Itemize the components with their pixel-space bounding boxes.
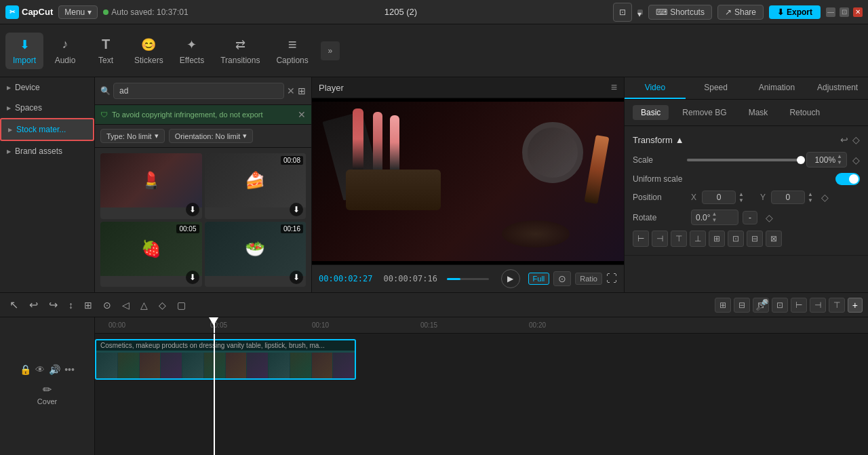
- align-distribute-h[interactable]: ⊟: [747, 231, 763, 247]
- toolbar-stickers[interactable]: 😊 Stickers: [127, 33, 170, 69]
- tl-paste-button[interactable]: ⊡: [772, 298, 788, 313]
- crop-tool[interactable]: ⊞: [80, 298, 96, 312]
- search-input[interactable]: [113, 83, 284, 99]
- align-bottom[interactable]: ⊡: [728, 231, 744, 247]
- rotate-keyframe[interactable]: ◇: [766, 212, 773, 223]
- full-button[interactable]: Full: [528, 273, 550, 285]
- visibility-icon[interactable]: 👁: [35, 364, 45, 375]
- toolbar-import[interactable]: ⬇ Import: [5, 33, 43, 69]
- media-item-4[interactable]: 🥗 00:16 ⬇: [205, 222, 307, 288]
- nav-stock[interactable]: ▶ Stock mater...: [0, 118, 94, 141]
- lock-icon[interactable]: 🔒: [20, 364, 31, 375]
- media-item-1[interactable]: 💄 ⬇: [100, 153, 202, 219]
- pos-y-input: Y ▲ ▼: [760, 191, 813, 204]
- subtab-basic[interactable]: Basic: [633, 105, 669, 120]
- download-icon-4[interactable]: ⬇: [290, 271, 303, 284]
- nav-spaces[interactable]: ▶ Spaces: [0, 98, 94, 118]
- maximize-button[interactable]: ⊡: [840, 7, 849, 17]
- safe-zone-button[interactable]: ⊙: [553, 271, 571, 286]
- search-clear-button[interactable]: ✕: [287, 85, 295, 96]
- rotate-field[interactable]: 0.0° ▲ ▼: [691, 210, 738, 225]
- rotate-minus-button[interactable]: -: [743, 211, 757, 224]
- keyframe-tl-tool[interactable]: ◇: [155, 298, 170, 312]
- monitor-icon-btn[interactable]: ⊡: [613, 3, 632, 22]
- flip-tool[interactable]: △: [136, 298, 152, 312]
- download-icon-2[interactable]: ⬇: [290, 203, 303, 216]
- orientation-filter[interactable]: Orientation: No limit ▾: [169, 129, 254, 143]
- audio-icon-track[interactable]: 🔊: [49, 364, 60, 375]
- subtab-mask[interactable]: Mask: [741, 105, 776, 120]
- align-top[interactable]: ⊥: [690, 231, 706, 247]
- redo-button[interactable]: ↪: [45, 297, 62, 313]
- tl-split-audio-button[interactable]: ⊢: [791, 298, 807, 313]
- reset-transform-button[interactable]: ↩: [840, 134, 848, 145]
- cover-button[interactable]: ✏ Cover: [35, 380, 60, 408]
- menu-button[interactable]: Menu ▾: [58, 5, 98, 19]
- ratio-button[interactable]: Ratio: [575, 273, 602, 285]
- player-menu-button[interactable]: ≡: [611, 81, 617, 94]
- tab-speed[interactable]: Speed: [686, 77, 747, 99]
- tab-adjustment[interactable]: Adjustment: [807, 77, 868, 99]
- progress-bar[interactable]: [447, 278, 489, 280]
- shortcuts-button[interactable]: ⌨ Shortcuts: [648, 5, 712, 20]
- toolbar-more-button[interactable]: »: [321, 41, 340, 60]
- toolbar-effects[interactable]: ✦ Effects: [173, 33, 211, 69]
- position-keyframe[interactable]: ◇: [821, 192, 829, 203]
- stickers-icon: 😊: [140, 37, 157, 53]
- tl-link-button[interactable]: ⊞: [715, 298, 731, 313]
- scale-stepper[interactable]: ▲ ▼: [837, 154, 842, 165]
- type-filter[interactable]: Type: No limit ▾: [100, 129, 165, 143]
- uniform-scale-toggle[interactable]: [835, 173, 860, 185]
- minimize-button[interactable]: —: [826, 7, 835, 17]
- tab-animation[interactable]: Animation: [747, 77, 808, 99]
- tl-mute-button[interactable]: ⊣: [810, 298, 826, 313]
- notice-close-button[interactable]: ✕: [298, 109, 306, 120]
- monitor-dropdown[interactable]: ▾: [637, 9, 643, 15]
- tab-video[interactable]: Video: [625, 77, 686, 99]
- share-button[interactable]: ↗ Share: [717, 5, 764, 20]
- scale-slider[interactable]: [687, 159, 801, 161]
- transform-tl-tool[interactable]: ▢: [173, 298, 190, 312]
- mic-button[interactable]: 🎤: [751, 297, 773, 313]
- toolbar-audio[interactable]: ♪ Audio: [46, 33, 84, 69]
- tl-more-button[interactable]: ⊤: [829, 298, 845, 313]
- nav-brand[interactable]: ▶ Brand assets: [0, 141, 94, 161]
- align-right[interactable]: ⊤: [671, 231, 687, 247]
- download-icon-3[interactable]: ⬇: [186, 271, 199, 284]
- media-item-2[interactable]: 🍰 00:08 ⬇: [205, 153, 307, 219]
- align-center-h[interactable]: ⊣: [652, 231, 668, 247]
- video-clip[interactable]: Cosmetics, makeup products on dressing v…: [95, 339, 356, 380]
- media-item-3[interactable]: 🍓 00:05 ⬇: [100, 222, 202, 288]
- rewind-tool[interactable]: ◁: [118, 298, 134, 312]
- align-distribute-v[interactable]: ⊠: [766, 231, 782, 247]
- close-button[interactable]: ✕: [853, 7, 863, 17]
- keyframe-button[interactable]: ◇: [852, 134, 860, 145]
- split-tool[interactable]: ↕: [64, 298, 77, 312]
- pos-y-field[interactable]: [771, 191, 805, 204]
- filter-button[interactable]: ⊞: [298, 85, 306, 96]
- scale-keyframe[interactable]: ◇: [852, 155, 860, 165]
- rotate-stepper[interactable]: ▲ ▼: [711, 212, 717, 223]
- pos-x-field[interactable]: [702, 191, 736, 204]
- select-tool[interactable]: ↖: [5, 297, 22, 313]
- play-button[interactable]: ▶: [501, 269, 520, 288]
- align-left[interactable]: ⊢: [633, 231, 649, 247]
- undo-button[interactable]: ↩: [25, 297, 42, 313]
- subtab-removebg[interactable]: Remove BG: [674, 105, 734, 120]
- fullscreen-button[interactable]: ⛶: [606, 273, 617, 285]
- toolbar-transitions[interactable]: ⇄ Transitions: [214, 33, 267, 69]
- record-tool[interactable]: ⊙: [99, 298, 115, 312]
- pos-y-stepper[interactable]: ▲ ▼: [808, 192, 813, 203]
- tl-unlink-button[interactable]: ⊟: [734, 298, 750, 313]
- toolbar-text[interactable]: T Text: [87, 33, 125, 69]
- align-center-v[interactable]: ⊞: [709, 231, 725, 247]
- subtab-retouch[interactable]: Retouch: [781, 105, 828, 120]
- toolbar-captions[interactable]: ≡ Captions: [269, 33, 315, 69]
- pos-x-input: X ▲ ▼: [691, 191, 744, 204]
- nav-device[interactable]: ▶ Device: [0, 77, 94, 98]
- tl-add-button[interactable]: +: [848, 298, 863, 313]
- download-icon-1[interactable]: ⬇: [186, 203, 199, 216]
- export-button[interactable]: ⬇ Export: [769, 5, 821, 19]
- more-track-icon[interactable]: •••: [64, 364, 75, 375]
- pos-x-stepper[interactable]: ▲ ▼: [738, 192, 744, 203]
